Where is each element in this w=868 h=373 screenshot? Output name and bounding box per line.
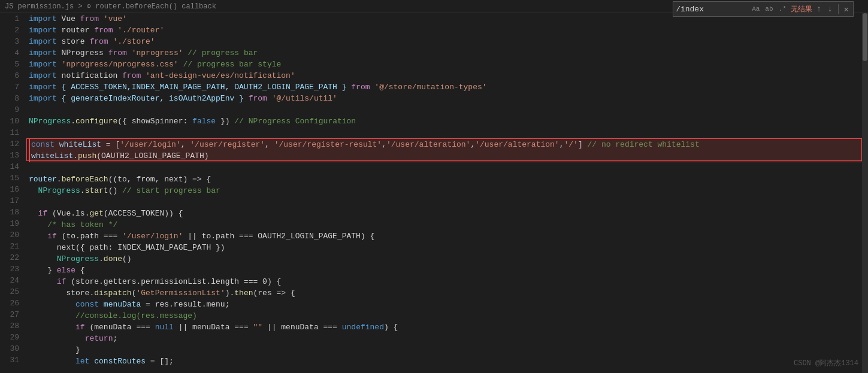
token: || menuData ===: [174, 323, 253, 332]
line-number: 13: [5, 150, 19, 161]
code-line: if (Vue.ls.get(ACCESS_TOKEN)) {: [29, 208, 868, 219]
token: 'vue': [104, 14, 127, 23]
token: (to.path ===: [57, 232, 122, 241]
token: notification: [57, 71, 122, 80]
token: .: [57, 175, 62, 184]
token: import: [29, 26, 57, 35]
search-input[interactable]: [676, 5, 748, 14]
line-number: 2: [5, 25, 19, 36]
token: ({ showSpinner:: [117, 117, 192, 126]
token: if: [38, 209, 48, 218]
token: import: [29, 48, 57, 57]
watermark: CSDN @阿杰杰1314: [794, 358, 858, 368]
token: [99, 14, 104, 23]
line-numbers: 1234567891011121314151617181920212223242…: [0, 13, 24, 373]
code-line: if (to.path === '/user/login' || to.path…: [29, 231, 868, 242]
token: '/user/login': [122, 232, 183, 241]
token: then: [234, 289, 253, 298]
token: from: [89, 37, 108, 46]
token: [57, 60, 62, 69]
line-number: 11: [5, 127, 19, 138]
code-line: if (store.getters.permissionList.length …: [29, 276, 868, 287]
token: /* has token */: [47, 220, 117, 229]
code-line: whiteList.push(OAUTH2_LOGIN_PAGE_PATH): [29, 150, 868, 162]
code-line: const menuData = res.result.menu;: [29, 299, 868, 310]
editor-body: 1234567891011121314151617181920212223242…: [0, 13, 868, 373]
line-number: 31: [5, 354, 19, 366]
line-number: 24: [5, 275, 19, 286]
token: start: [85, 186, 108, 195]
token: get: [89, 209, 103, 218]
line-number: 5: [5, 59, 19, 70]
regex-button[interactable]: .*: [777, 5, 788, 13]
token: //console.log(res.message): [75, 311, 197, 320]
line-number: 22: [5, 252, 19, 263]
token: const: [31, 140, 55, 149]
token: [127, 48, 132, 57]
code-line: const whiteList = ['/user/login', '/user…: [29, 138, 868, 150]
code-line: next({ path: INDEX_MAIN_PAGE_PATH }): [29, 242, 868, 253]
search-bar[interactable]: Aa ab .* 无结果 ↑ ↓ ✕: [673, 1, 854, 17]
token: [29, 220, 47, 229]
token: [29, 334, 85, 343]
line-number: 10: [5, 116, 19, 127]
token: from: [108, 48, 127, 57]
code-line: [29, 104, 868, 116]
code-line: router.beforeEach((to, from, next) => {: [29, 174, 868, 185]
token: 'GetPermissionList': [136, 289, 225, 298]
token: [29, 232, 47, 241]
token: if: [75, 323, 85, 332]
search-close-button[interactable]: ✕: [842, 4, 851, 14]
line-number: 14: [5, 161, 19, 172]
token: next({ path: INDEX_MAIN_PAGE_PATH }): [29, 243, 225, 252]
token: // progress bar style: [183, 60, 281, 69]
token: ;: [113, 334, 117, 343]
token: [29, 277, 57, 286]
line-number: 27: [5, 309, 19, 320]
no-result-label: 无结果: [791, 4, 812, 14]
token: (OAUTH2_LOGIN_PAGE_PATH): [96, 151, 208, 160]
code-line: import NProgress from 'nprogress' // pro…: [29, 47, 868, 59]
token: 'nprogress/nprogress.css': [62, 60, 179, 69]
search-prev-button[interactable]: ↑: [815, 4, 823, 14]
token: '/': [564, 140, 577, 149]
token: ,: [181, 140, 190, 149]
code-line: import 'nprogress/nprogress.css' // prog…: [29, 59, 868, 70]
token: ,: [382, 140, 386, 149]
token: Vue: [57, 14, 80, 23]
line-number: 18: [5, 207, 19, 218]
token: done: [104, 254, 122, 263]
token: [29, 300, 75, 309]
token: constRoutes: [89, 357, 150, 366]
code-line: import notification from 'ant-design-vue…: [29, 70, 868, 81]
line-number: 17: [5, 195, 19, 207]
search-next-button[interactable]: ↓: [825, 4, 834, 14]
token: ,: [265, 140, 274, 149]
code-line: [29, 162, 868, 174]
code-line: import router from './router': [29, 25, 868, 36]
scrollbar-track[interactable]: [862, 13, 868, 373]
token: '/user/login': [120, 140, 180, 149]
token: null: [155, 323, 174, 332]
token: ]: [578, 140, 588, 149]
token: [29, 357, 75, 366]
match-case-button[interactable]: Aa: [750, 5, 761, 13]
token: // start progress bar: [122, 186, 220, 195]
token: (): [108, 186, 122, 195]
line-number: 26: [5, 298, 19, 309]
token: .: [80, 186, 85, 195]
line-number: 23: [5, 263, 19, 275]
token: dispatch: [94, 289, 131, 298]
code-line: import store from './store': [29, 36, 868, 47]
breadcrumb: JS permission.js > ⊙ router.beforeEach()…: [5, 2, 216, 11]
code-line: if (menuData === null || menuData === ""…: [29, 322, 868, 333]
token: from: [94, 26, 113, 35]
scrollbar-thumb[interactable]: [863, 13, 867, 61]
token: '@/store/mutation-types': [374, 83, 486, 92]
match-word-button[interactable]: ab: [763, 5, 775, 13]
token: (store.getters.permissionList.length ===…: [66, 277, 281, 286]
line-number: 9: [5, 104, 19, 116]
token: NProgress: [29, 186, 80, 195]
code-line: [29, 196, 868, 208]
code-area[interactable]: import Vue from 'vue'import router from …: [24, 13, 868, 373]
